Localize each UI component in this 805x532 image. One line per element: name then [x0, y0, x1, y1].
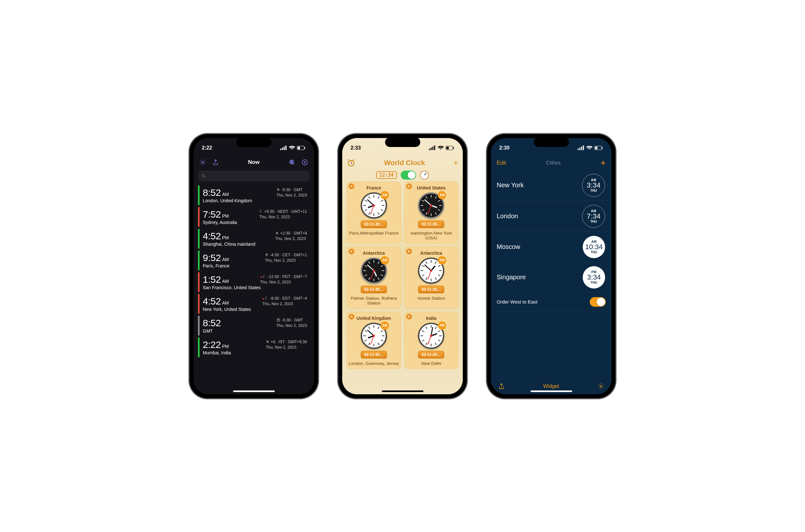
alarm-clock-icon[interactable]: [347, 158, 355, 167]
date: Thu, Nov 2, 2023: [266, 345, 307, 350]
time-value: 3:34: [587, 274, 601, 281]
day: THU: [590, 220, 597, 223]
city-row[interactable]: Singapore PM 3:34 THU ›: [491, 262, 611, 293]
status-time: 2:22: [202, 145, 212, 151]
date: Thu, Nov 2, 2023: [276, 323, 307, 328]
phone-3: 2:30 Edit Cities + New York AM 3:34 THU …: [487, 134, 616, 399]
chevron-right-icon: ›: [607, 244, 609, 250]
share-icon[interactable]: [498, 383, 505, 390]
add-button[interactable]: +: [601, 158, 606, 168]
clock-row[interactable]: 1:52 AM ●☾ -12:30 · PDT · GMT−7 Thu, Nov…: [198, 272, 310, 292]
date-badge: 02-11-20…: [418, 221, 444, 228]
order-label: Order West to East: [497, 299, 537, 304]
digital-badge[interactable]: 12:34: [376, 171, 397, 179]
time-value: 2:22: [203, 339, 221, 350]
close-icon[interactable]: ×: [406, 314, 412, 320]
clock-card[interactable]: × Antarctica AM 02-11-20… Palmer Station…: [347, 247, 401, 309]
ampm: AM: [222, 257, 229, 262]
status-time: 2:33: [350, 145, 361, 151]
city-row[interactable]: New York AM 3:34 THU ›: [491, 170, 611, 201]
widget-button[interactable]: Widget: [543, 383, 560, 389]
clock-row[interactable]: 8:52 ⦿ -5:30 · GMT Thu, Nov 2, 2023 GMT: [198, 316, 310, 336]
svg-rect-2: [284, 146, 285, 150]
svg-point-10: [202, 174, 205, 177]
location: Shanghai, China mainland: [203, 242, 307, 247]
clock-row[interactable]: 4:52 AM ●☾ -9:30 · EDT · GMT−4 Thu, Nov …: [198, 294, 310, 314]
order-row: Order West to East: [491, 293, 611, 311]
clock-row[interactable]: 4:52 PM ☀ +2:30 · GMT+8 Thu, Nov 2, 2023…: [198, 229, 310, 249]
status-icons: [429, 145, 455, 151]
add-button[interactable]: +: [454, 158, 458, 168]
place: Paris,Metropolitan France: [349, 231, 399, 235]
search-input[interactable]: [198, 171, 310, 182]
time-circle: AM 7:34 THU: [582, 205, 605, 228]
place: London, Guernsey, Jersey: [349, 361, 399, 366]
clock-row[interactable]: 8:52 AM ☀ -5:30 · GMT Thu, Nov 2, 2023 L…: [198, 185, 310, 205]
clock-card[interactable]: × United States AM 02-11-20… washington,…: [404, 182, 459, 244]
signal-icon: [280, 145, 287, 151]
svg-rect-6: [305, 147, 305, 149]
globe-search-icon[interactable]: [289, 159, 295, 166]
close-icon[interactable]: ×: [349, 314, 354, 320]
order-toggle[interactable]: [590, 297, 606, 307]
date: Thu, Nov 2, 2023: [262, 301, 307, 307]
analog-clock-icon[interactable]: [420, 171, 429, 179]
clock-card[interactable]: × Antarctica PM 02-11-20… Vostok Station: [404, 247, 459, 309]
status-icons: [578, 145, 603, 151]
time-value: 7:34: [587, 213, 601, 220]
date-badge: 02-11-20…: [361, 351, 387, 359]
city-row[interactable]: London AM 7:34 THU ›: [491, 201, 611, 232]
clock-row[interactable]: 7:52 PM ☾ +5:30 · AEDT · GMT+11 Thu, Nov…: [198, 207, 310, 227]
wifi-icon: [289, 145, 295, 151]
clock-card[interactable]: × India PM 02-11-20… New Delhi: [404, 312, 459, 369]
close-icon[interactable]: ×: [349, 184, 354, 189]
share-icon[interactable]: [212, 159, 219, 166]
home-indicator[interactable]: [233, 391, 275, 392]
clock-card[interactable]: × France AM 02-11-20… Paris,Metropolitan…: [347, 182, 401, 244]
city-name: Singapore: [497, 273, 526, 281]
add-icon[interactable]: [301, 159, 308, 166]
home-indicator[interactable]: [531, 391, 572, 392]
clock-row[interactable]: 2:22 PM ☀ +0 · IST · GMT+5:30 Thu, Nov 2…: [198, 337, 310, 357]
phone-1: 2:22 Now 8:52: [189, 134, 318, 399]
city-list: New York AM 3:34 THU › London AM 7:34 TH…: [491, 170, 611, 293]
ampm: PM: [222, 235, 229, 240]
time-circle: PM 3:34 THU: [583, 266, 605, 288]
date: Thu, Nov 2, 2023: [260, 280, 307, 285]
home-indicator[interactable]: [382, 391, 423, 392]
day: THU: [590, 189, 597, 192]
notch: [385, 137, 420, 147]
offset: ☀ +0 · IST · GMT+5:30: [266, 339, 307, 345]
digital-analog-toggle[interactable]: [401, 171, 416, 179]
svg-rect-25: [595, 147, 598, 149]
clock-card[interactable]: × United Kingdom AM 02-11-20… London, Gu…: [347, 312, 401, 369]
settings-icon[interactable]: [199, 159, 206, 166]
city-name: London: [497, 212, 518, 220]
edit-button[interactable]: Edit: [497, 160, 506, 166]
time-value: 8:52: [203, 318, 221, 328]
time-value: 4:52: [203, 231, 221, 242]
ampm-badge: AM: [381, 321, 389, 330]
location: Paris, France: [203, 263, 307, 268]
svg-rect-20: [578, 149, 579, 150]
offset: ☀ -5:30 · GMT: [276, 187, 307, 193]
date: Thu, Nov 2, 2023: [276, 193, 307, 198]
date-badge: 02-11-20…: [361, 221, 387, 228]
svg-rect-12: [431, 147, 432, 150]
clock-row[interactable]: 9:52 AM ☀ -4:30 · CET · GMT+1 Thu, Nov 2…: [198, 250, 310, 270]
city-row[interactable]: Moscow AM 10:34 THU ›: [491, 232, 611, 262]
svg-rect-1: [282, 147, 283, 150]
date-badge: 02-11-20…: [361, 286, 387, 293]
place: New Delhi: [406, 361, 457, 366]
clock-grid: × France AM 02-11-20… Paris,Metropolitan…: [342, 182, 463, 369]
close-icon[interactable]: ×: [406, 249, 412, 254]
svg-rect-13: [433, 146, 433, 150]
country: Antarctica: [406, 250, 457, 255]
settings-icon[interactable]: [598, 383, 604, 390]
ampm-badge: PM: [438, 321, 446, 330]
ampm: AM: [222, 300, 229, 305]
close-icon[interactable]: ×: [406, 184, 412, 189]
date: Thu, Nov 2, 2023: [259, 214, 307, 220]
city-name: New York: [497, 182, 524, 189]
close-icon[interactable]: ×: [349, 249, 354, 254]
